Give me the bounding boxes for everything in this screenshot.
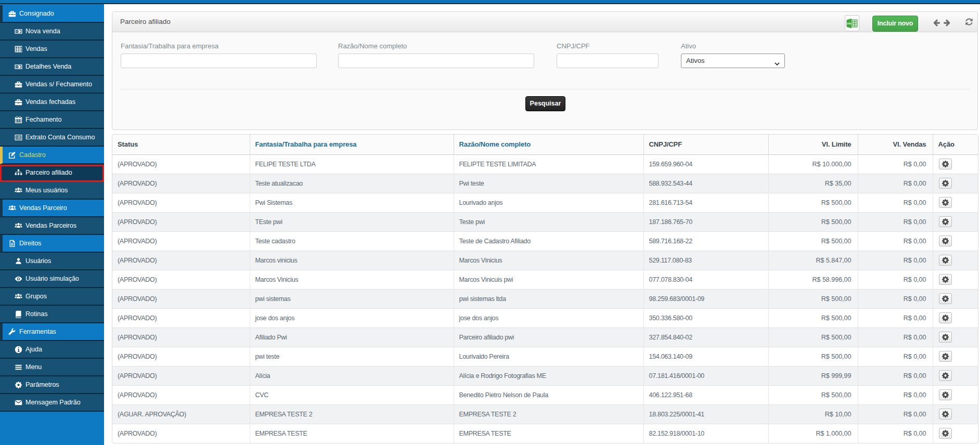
svg-text:xls: xls xyxy=(847,22,852,25)
